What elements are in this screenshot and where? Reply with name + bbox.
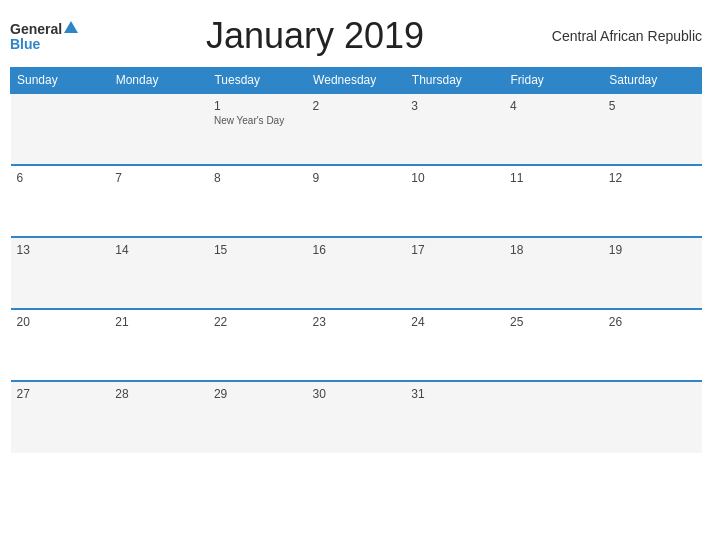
week-row-0: 1New Year's Day2345 xyxy=(11,93,702,165)
weekday-header-saturday: Saturday xyxy=(603,68,702,94)
day-number: 19 xyxy=(609,243,696,257)
day-number: 1 xyxy=(214,99,301,113)
day-number: 17 xyxy=(411,243,498,257)
day-number: 16 xyxy=(313,243,400,257)
day-number: 18 xyxy=(510,243,597,257)
event-label: New Year's Day xyxy=(214,115,301,126)
week-row-4: 2728293031 xyxy=(11,381,702,453)
calendar-cell: 20 xyxy=(11,309,110,381)
calendar-cell: 30 xyxy=(307,381,406,453)
day-number: 13 xyxy=(17,243,104,257)
calendar-cell: 27 xyxy=(11,381,110,453)
day-number: 2 xyxy=(313,99,400,113)
calendar-cell: 22 xyxy=(208,309,307,381)
calendar-cell: 4 xyxy=(504,93,603,165)
week-row-2: 13141516171819 xyxy=(11,237,702,309)
day-number: 3 xyxy=(411,99,498,113)
calendar-cell: 10 xyxy=(405,165,504,237)
calendar-tbody: 1New Year's Day2345678910111213141516171… xyxy=(11,93,702,453)
day-number: 22 xyxy=(214,315,301,329)
calendar-cell: 17 xyxy=(405,237,504,309)
calendar-cell: 12 xyxy=(603,165,702,237)
logo: General Blue xyxy=(10,20,78,53)
calendar-header: General Blue January 2019 Central Africa… xyxy=(10,15,702,57)
weekday-header-friday: Friday xyxy=(504,68,603,94)
calendar-cell: 9 xyxy=(307,165,406,237)
day-number: 11 xyxy=(510,171,597,185)
weekday-header-sunday: Sunday xyxy=(11,68,110,94)
calendar-thead: SundayMondayTuesdayWednesdayThursdayFrid… xyxy=(11,68,702,94)
day-number: 9 xyxy=(313,171,400,185)
calendar-cell: 13 xyxy=(11,237,110,309)
calendar-cell: 2 xyxy=(307,93,406,165)
calendar-cell: 6 xyxy=(11,165,110,237)
day-number: 30 xyxy=(313,387,400,401)
logo-blue-text: Blue xyxy=(10,37,40,52)
day-number: 15 xyxy=(214,243,301,257)
day-number: 21 xyxy=(115,315,202,329)
weekday-header-wednesday: Wednesday xyxy=(307,68,406,94)
calendar-container: General Blue January 2019 Central Africa… xyxy=(0,0,712,550)
calendar-cell: 5 xyxy=(603,93,702,165)
weekday-header-thursday: Thursday xyxy=(405,68,504,94)
day-number: 26 xyxy=(609,315,696,329)
country-name: Central African Republic xyxy=(552,28,702,44)
day-number: 31 xyxy=(411,387,498,401)
day-number: 20 xyxy=(17,315,104,329)
day-number: 14 xyxy=(115,243,202,257)
calendar-cell: 28 xyxy=(109,381,208,453)
calendar-cell: 16 xyxy=(307,237,406,309)
day-number: 5 xyxy=(609,99,696,113)
calendar-cell xyxy=(504,381,603,453)
calendar-cell: 19 xyxy=(603,237,702,309)
calendar-cell: 21 xyxy=(109,309,208,381)
calendar-cell: 14 xyxy=(109,237,208,309)
calendar-cell xyxy=(109,93,208,165)
calendar-cell: 24 xyxy=(405,309,504,381)
logo-triangle-icon xyxy=(64,21,78,33)
day-number: 12 xyxy=(609,171,696,185)
weekday-header-monday: Monday xyxy=(109,68,208,94)
calendar-table: SundayMondayTuesdayWednesdayThursdayFrid… xyxy=(10,67,702,453)
calendar-cell: 26 xyxy=(603,309,702,381)
calendar-cell: 25 xyxy=(504,309,603,381)
calendar-cell: 11 xyxy=(504,165,603,237)
day-number: 6 xyxy=(17,171,104,185)
calendar-cell: 23 xyxy=(307,309,406,381)
calendar-cell: 3 xyxy=(405,93,504,165)
day-number: 27 xyxy=(17,387,104,401)
day-number: 4 xyxy=(510,99,597,113)
calendar-cell: 29 xyxy=(208,381,307,453)
day-number: 7 xyxy=(115,171,202,185)
weekday-header-row: SundayMondayTuesdayWednesdayThursdayFrid… xyxy=(11,68,702,94)
calendar-cell: 15 xyxy=(208,237,307,309)
calendar-cell: 1New Year's Day xyxy=(208,93,307,165)
day-number: 28 xyxy=(115,387,202,401)
week-row-3: 20212223242526 xyxy=(11,309,702,381)
week-row-1: 6789101112 xyxy=(11,165,702,237)
day-number: 23 xyxy=(313,315,400,329)
calendar-cell xyxy=(11,93,110,165)
month-title: January 2019 xyxy=(78,15,552,57)
logo-general-text: General xyxy=(10,20,78,38)
weekday-header-tuesday: Tuesday xyxy=(208,68,307,94)
day-number: 8 xyxy=(214,171,301,185)
calendar-cell: 7 xyxy=(109,165,208,237)
calendar-cell xyxy=(603,381,702,453)
day-number: 25 xyxy=(510,315,597,329)
calendar-cell: 31 xyxy=(405,381,504,453)
calendar-cell: 8 xyxy=(208,165,307,237)
day-number: 24 xyxy=(411,315,498,329)
day-number: 10 xyxy=(411,171,498,185)
day-number: 29 xyxy=(214,387,301,401)
calendar-cell: 18 xyxy=(504,237,603,309)
